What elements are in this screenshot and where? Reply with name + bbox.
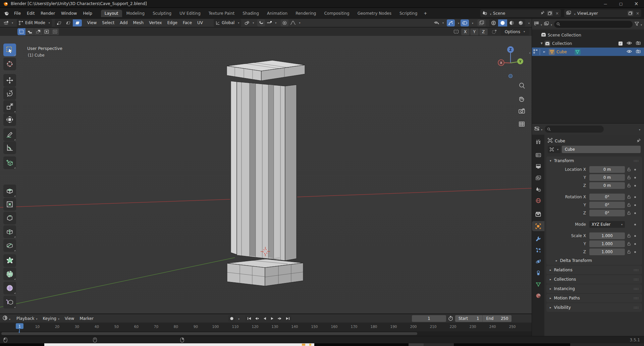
timeline-editor-type-button[interactable] — [3, 316, 10, 321]
frame-tick[interactable]: 10 — [28, 323, 47, 329]
value-field[interactable]: 0 m — [589, 182, 625, 189]
outliner-search-input[interactable] — [562, 22, 630, 26]
tab-particles[interactable] — [532, 245, 544, 255]
auto-keying-button[interactable] — [228, 315, 235, 322]
scene-browse-icon[interactable] — [482, 11, 491, 16]
animate-dot[interactable] — [634, 185, 636, 187]
tab-collection[interactable] — [532, 209, 544, 219]
scrollbar-handle[interactable] — [1, 332, 417, 335]
collapsed-panel[interactable]: Relations — [546, 266, 642, 274]
tab-object[interactable] — [532, 221, 544, 231]
collapsed-panel[interactable]: Collections — [546, 275, 642, 284]
mirror-axis-toggle[interactable]: X — [461, 28, 470, 35]
object-id-browse-button[interactable] — [548, 146, 560, 153]
mirror-axis-toggle[interactable]: Y — [470, 28, 479, 35]
value-field[interactable]: 1.000 — [589, 240, 625, 247]
hide-eye-icon[interactable] — [627, 50, 632, 54]
topbar-menu[interactable]: Render — [38, 10, 58, 17]
frame-tick[interactable]: 100 — [206, 323, 225, 329]
tab-physics[interactable] — [532, 257, 544, 267]
tab-constraints[interactable] — [532, 268, 544, 278]
frame-tick[interactable]: 170 — [344, 323, 364, 329]
select-subtract-button[interactable] — [34, 28, 42, 35]
tool-select-box[interactable] — [3, 44, 16, 56]
frame-tick[interactable]: 200 — [404, 323, 423, 329]
vertex-select-button[interactable] — [55, 19, 64, 26]
tool-move[interactable] — [3, 74, 16, 87]
outliner-display-mode-button[interactable] — [544, 21, 552, 27]
topbar-menu[interactable]: Edit — [24, 10, 38, 17]
tool-cursor[interactable] — [3, 58, 16, 70]
tool-options-dropdown[interactable]: Options — [501, 28, 529, 36]
playhead[interactable]: 1 — [16, 323, 23, 329]
show-overlays-button[interactable] — [461, 19, 469, 26]
select-invert-button[interactable] — [43, 28, 51, 35]
playhead-line[interactable] — [19, 329, 20, 331]
lock-icon[interactable] — [625, 184, 633, 188]
value-field[interactable]: 0 m — [589, 174, 625, 181]
properties-search[interactable] — [545, 126, 604, 133]
tool-add-cube[interactable] — [3, 156, 16, 169]
frame-tick[interactable]: 160 — [324, 323, 344, 329]
topbar-menu[interactable]: File — [11, 10, 24, 17]
outliner-search[interactable] — [554, 21, 633, 28]
frame-tick[interactable]: 120 — [245, 323, 265, 329]
frame-tick[interactable]: 50 — [107, 323, 126, 329]
new-scene-button[interactable] — [547, 11, 553, 16]
end-frame-field[interactable]: End 250 — [483, 315, 512, 322]
tool-scale[interactable] — [3, 100, 16, 113]
viewport-menu[interactable]: Vertex — [146, 19, 165, 26]
workspace-tab[interactable]: Geometry Nodes — [354, 10, 395, 17]
tab-material[interactable] — [532, 291, 544, 301]
tool-knife[interactable] — [3, 239, 16, 252]
animate-dot[interactable] — [634, 235, 636, 237]
viewport-menu[interactable]: Add — [117, 19, 130, 26]
use-preview-range-icon[interactable] — [448, 316, 453, 321]
animate-dot[interactable] — [634, 251, 636, 253]
hide-eye-icon[interactable] — [627, 41, 632, 46]
new-viewlayer-button[interactable] — [628, 11, 633, 16]
workspace-tab[interactable]: Animation — [263, 10, 291, 17]
lock-icon[interactable] — [625, 195, 633, 199]
outliner-row-collection[interactable]: ▼ Collection — [532, 39, 644, 48]
workspace-tab[interactable]: Texture Paint — [205, 10, 238, 17]
panel-grip[interactable] — [634, 287, 639, 291]
lock-icon[interactable] — [625, 176, 633, 180]
workspace-tab[interactable]: Sculpting — [149, 10, 175, 17]
animate-dot[interactable] — [634, 243, 636, 245]
tab-scene[interactable] — [532, 184, 544, 194]
timeline-menu[interactable]: View — [62, 315, 77, 322]
show-gizmo-button[interactable] — [447, 19, 455, 26]
frame-tick[interactable]: 150 — [305, 323, 324, 329]
tool-loop-cut[interactable] — [3, 225, 16, 238]
tab-view-layer[interactable] — [532, 173, 544, 183]
workspace-tab[interactable]: UV Editing — [176, 10, 204, 17]
collapsed-panel[interactable]: Instancing — [546, 284, 642, 293]
rendered-shading-button[interactable] — [516, 19, 525, 26]
frame-tick[interactable]: 90 — [186, 323, 206, 329]
scene-selector[interactable]: Scene × — [480, 9, 561, 17]
frame-tick[interactable]: 80 — [166, 323, 186, 329]
face-select-button[interactable] — [73, 19, 82, 26]
frame-tick[interactable]: 130 — [265, 323, 285, 329]
outliner-editor-type-button[interactable] — [534, 21, 542, 27]
frame-tick[interactable]: 60 — [126, 323, 146, 329]
tool-edge-slide[interactable] — [3, 296, 16, 308]
frame-tick[interactable]: 110 — [225, 323, 245, 329]
viewport-menu[interactable]: Face — [180, 19, 195, 26]
tool-measure[interactable] — [3, 141, 16, 154]
delta-transform-panel-header[interactable]: Delta Transform — [546, 256, 642, 265]
overlays-dropdown[interactable] — [470, 20, 473, 25]
jump-to-end-button[interactable] — [284, 315, 291, 322]
tab-modifiers[interactable] — [532, 234, 544, 244]
pivot-point-button[interactable] — [243, 19, 256, 26]
viewport-menu[interactable]: Edge — [165, 19, 180, 26]
xray-toggle-button[interactable] — [477, 19, 486, 26]
lock-icon[interactable] — [625, 250, 633, 254]
minimize-button[interactable] — [598, 0, 613, 7]
workspace-tab[interactable]: Modeling — [123, 10, 149, 17]
snap-toggle-button[interactable] — [257, 19, 265, 26]
snap-base-icon[interactable] — [492, 29, 497, 34]
blender-menu-icon[interactable] — [3, 11, 9, 16]
tab-render[interactable] — [532, 150, 544, 160]
